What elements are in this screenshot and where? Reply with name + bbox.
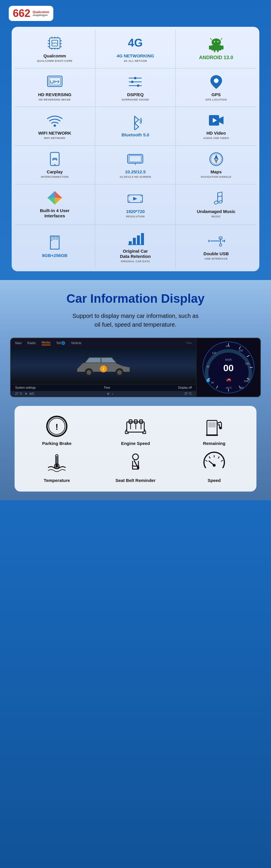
svg-point-17 — [214, 41, 215, 42]
temp-bar: 27 °C ❄ A/C ⚙ ↕ 27 °C — [11, 391, 196, 397]
seat-belt-icon — [124, 452, 147, 475]
svg-text:200: 200 — [239, 349, 243, 352]
svg-rect-21 — [211, 45, 221, 51]
svg-rect-79 — [129, 241, 132, 245]
svg-text:🚗: 🚗 — [226, 377, 231, 382]
svg-line-32 — [58, 82, 59, 83]
qualcomm-badge: 662 Qualcomm snapdragon — [9, 6, 53, 21]
dashboard-container: Navi Radio Media Tel/🌐 Vehicle Time — [10, 338, 261, 397]
engine-speed-icon — [124, 414, 147, 438]
car-icons-grid: ! Parking Brake — [21, 414, 250, 483]
svg-rect-81 — [137, 236, 140, 245]
svg-text:00: 00 — [223, 363, 234, 373]
svg-rect-22 — [209, 45, 211, 50]
svg-marker-70 — [133, 197, 137, 200]
feature-bluetooth: Bluetooth 5.0 — [95, 107, 176, 146]
svg-rect-141 — [137, 467, 139, 468]
wifi-icon — [46, 112, 63, 128]
feature-car-data-title: Original Car Data Retention — [120, 249, 151, 259]
feature-dsp-title: DSP/EQ — [127, 92, 144, 97]
svg-line-19 — [210, 38, 212, 40]
feature-qualcomm-title: Qualcomm — [43, 53, 66, 59]
badge-model: snapdragon — [33, 14, 49, 17]
svg-line-143 — [205, 460, 208, 462]
dashboard-speedometer: 40 80 120 160 200 240 280 km/h 00 🚗 — [196, 338, 260, 397]
4g-icon: 4G — [126, 35, 144, 51]
svg-text:40: 40 — [211, 381, 214, 384]
svg-point-36 — [134, 77, 137, 79]
car-info-section: Car Information Display Support to displ… — [0, 280, 271, 500]
svg-point-138 — [55, 465, 58, 468]
svg-rect-24 — [214, 50, 215, 52]
dashboard-screen: Navi Radio Media Tel/🌐 Vehicle Time — [11, 338, 260, 397]
svg-point-74 — [218, 200, 222, 204]
feature-screen-subtitle: 10.25/12.5 HD SCREEN — [119, 176, 151, 179]
svg-text:300: 300 — [239, 386, 244, 389]
feature-resolution: 1920*720 Resolution — [95, 184, 176, 225]
svg-line-146 — [221, 460, 223, 462]
svg-marker-45 — [219, 116, 223, 124]
usb-icon — [208, 233, 225, 249]
feature-storage: 8GB+256GB — [14, 225, 95, 269]
svg-point-42 — [54, 124, 56, 127]
parking-brake-item: ! Parking Brake — [21, 414, 93, 446]
badge-number: 662 — [13, 8, 30, 19]
remaining-icon — [203, 414, 226, 438]
hd-video-icon — [208, 112, 225, 128]
badge-brand: Qualcomm — [33, 10, 49, 14]
feature-car-data-subtitle: ORIGINAL CAR DATA — [121, 260, 150, 264]
svg-line-33 — [58, 81, 59, 82]
parking-brake-icon: ! — [45, 414, 68, 438]
feature-screen-size: 10.25/12.5 10.25/12.5 HD SCREEN — [95, 146, 176, 184]
speed-label: Speed — [208, 478, 220, 483]
svg-point-50 — [56, 159, 57, 160]
feature-hd-video-subtitle: AUDIO AND VIDEO — [203, 137, 229, 140]
svg-marker-89 — [208, 240, 210, 242]
svg-rect-25 — [217, 50, 218, 52]
dashboard-controls: System settings Time Display off — [11, 384, 196, 391]
feature-qualcomm: CPU Qualcomm QUALCOMM EIGHT-CORE — [14, 30, 95, 68]
seat-belt-label: Seat Belt Reminder — [115, 478, 156, 483]
speed-icon — [203, 452, 226, 475]
feature-wifi-title: WIFI NETWORK — [38, 130, 71, 136]
display-off[interactable]: Display off — [178, 386, 192, 389]
nav-radio: Radio — [27, 341, 36, 345]
parking-brake-label: Parking Brake — [42, 441, 72, 446]
feature-storage-title: 8GB+256GB — [42, 253, 67, 258]
time-control[interactable]: Time — [104, 386, 110, 389]
hd-reversing-icon — [46, 74, 63, 90]
screen-icon — [126, 151, 144, 167]
feature-screen-title: 10.25/12.5 — [125, 169, 146, 175]
feature-gps-title: GPS — [212, 92, 221, 97]
system-settings[interactable]: System settings — [15, 386, 36, 389]
ui4-icon — [46, 190, 63, 206]
feature-hd-reversing-title: HD REVERSING — [38, 92, 71, 97]
svg-point-88 — [219, 244, 222, 246]
feature-bluetooth-title: Bluetooth 5.0 — [122, 132, 149, 137]
dsp-icon — [126, 74, 144, 90]
feature-android: ANDROID 13.0 — [176, 30, 257, 68]
svg-text:km/h: km/h — [225, 358, 232, 361]
feature-gps: GPS GPS LOCATION — [176, 68, 257, 107]
music-icon — [208, 191, 225, 207]
feature-maps-subtitle: NAVIGATION DONGLE — [201, 176, 231, 179]
feature-android-title: ANDROID 13.0 — [199, 55, 233, 61]
nav-media[interactable]: Media — [42, 341, 51, 345]
top-section: 662 Qualcomm snapdragon — [0, 0, 271, 280]
feature-hd-reversing: HD REVERSING HD REVERSING IMAGE — [14, 68, 95, 107]
car-info-title: Car Information Display — [9, 292, 262, 306]
svg-text:80: 80 — [207, 365, 210, 368]
svg-text:120: 120 — [212, 351, 216, 354]
dashboard-infotainment: Navi Radio Media Tel/🌐 Vehicle Time — [11, 338, 196, 397]
feature-usb: Double USB USB INTERFACE — [176, 225, 257, 269]
dashboard-car-visual: i — [11, 348, 196, 384]
badge-text: Qualcomm snapdragon — [33, 10, 49, 17]
feature-music-title: Undamaged Music — [197, 209, 236, 214]
feature-4g-subtitle: 4G ALL NETCOM — [124, 59, 147, 63]
svg-line-20 — [221, 38, 222, 40]
feature-ui4-title: Built-in 4 User Interfaces — [40, 208, 70, 219]
feature-gps-subtitle: GPS LOCATION — [205, 98, 227, 102]
feature-carplay-title: Carplay — [47, 169, 63, 175]
temp-right: 27 °C — [184, 392, 192, 395]
maps-icon — [208, 151, 225, 167]
